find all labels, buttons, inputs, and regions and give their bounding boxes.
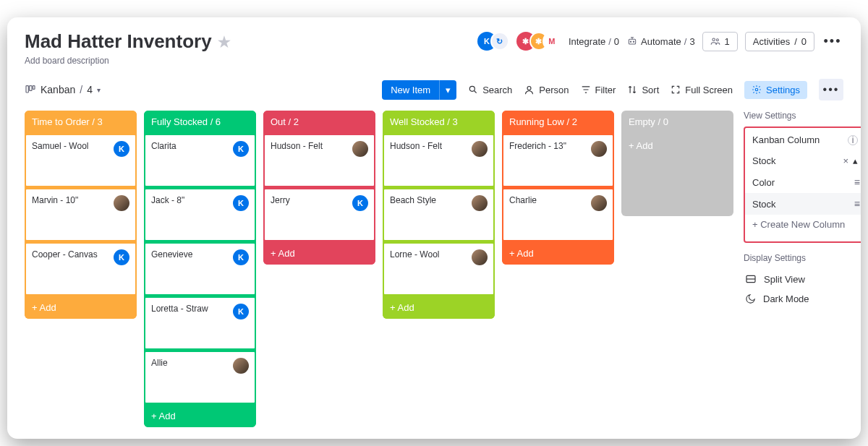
kanban-icon — [25, 84, 36, 95]
dark-mode-toggle[interactable]: Dark Mode — [744, 289, 861, 309]
kanban-column-selected[interactable]: Stock ×▴ — [745, 150, 861, 171]
automation-avatars[interactable]: ✱ ✱ M — [516, 32, 561, 51]
drag-icon: ≡ — [854, 198, 858, 210]
split-view-toggle[interactable]: Split View — [744, 269, 861, 289]
card-title: Hudson - Felt — [271, 141, 323, 157]
kanban-column-label-row: Kanban Column i — [745, 129, 861, 150]
gear-icon — [752, 85, 762, 95]
card-title: Lorne - Wool — [390, 249, 439, 265]
view-selector[interactable]: Kanban / 4 ▾ — [25, 84, 101, 95]
card-title: Charlie — [509, 195, 537, 211]
toolbar-more-button[interactable]: ••• — [819, 79, 843, 100]
card-title: Cooper - Canvas — [32, 249, 98, 265]
clear-column-icon[interactable]: × — [843, 155, 848, 166]
person-filter-button[interactable]: Person — [524, 85, 569, 95]
avatar-initial: K — [233, 195, 249, 211]
svg-rect-0 — [629, 39, 635, 44]
fullscreen-button[interactable]: Full Screen — [671, 85, 733, 95]
new-item-dropdown[interactable]: ▾ — [439, 80, 456, 100]
kanban-card[interactable]: Hudson - Felt — [263, 134, 375, 187]
activities-button[interactable]: Activities/0 — [745, 32, 814, 51]
kanban-column: Out / 2 Hudson - Felt Jerry K + Add — [263, 111, 375, 265]
integrate-button[interactable]: Integrate/0 — [569, 36, 619, 47]
avatar-photo — [591, 141, 607, 157]
board-description[interactable]: Add board description — [25, 56, 231, 66]
column-header[interactable]: Empty / 0 — [621, 111, 733, 133]
svg-point-4 — [716, 39, 718, 41]
kanban-card[interactable]: Jerry K — [263, 188, 375, 241]
kanban-card[interactable]: Marvin - 10" — [25, 188, 137, 241]
filter-button[interactable]: Filter — [581, 85, 616, 95]
card-title: Samuel - Wool — [32, 141, 88, 157]
svg-point-1 — [630, 41, 631, 42]
fullscreen-icon — [671, 85, 681, 95]
column-header[interactable]: Out / 2 — [263, 111, 375, 133]
sort-button[interactable]: Sort — [627, 85, 659, 95]
svg-rect-5 — [26, 86, 28, 93]
kanban-card[interactable]: Allie — [144, 351, 256, 404]
kanban-card[interactable]: Genevieve K — [144, 242, 256, 296]
kanban-card[interactable]: Frederich - 13" — [502, 134, 614, 187]
card-title: Frederich - 13" — [509, 141, 566, 157]
presence-button[interactable]: 1 — [702, 32, 738, 51]
star-icon[interactable]: ★ — [218, 33, 231, 51]
create-new-column[interactable]: + Create New Column — [745, 215, 861, 234]
column-header[interactable]: Well Stocked / 3 — [383, 111, 495, 133]
column-header[interactable]: Time to Order / 3 — [25, 111, 137, 133]
avatar-photo — [233, 358, 249, 374]
column-header[interactable]: Fully Stocked / 6 — [144, 111, 256, 133]
card-title: Loretta - Straw — [151, 304, 208, 320]
integration-avatars[interactable]: K ↻ — [477, 32, 509, 51]
board-title[interactable]: Mad Hatter Inventory — [25, 30, 212, 53]
search-icon — [468, 85, 478, 95]
column-header[interactable]: Running Low / 2 — [502, 111, 614, 133]
column-add-card[interactable]: + Add — [383, 296, 495, 319]
avatar-initial: K — [352, 195, 368, 211]
automate-button[interactable]: Automate/3 — [626, 35, 695, 47]
card-title: Jack - 8" — [151, 195, 184, 211]
view-settings-heading: View Settings — [744, 111, 861, 121]
kanban-column: Well Stocked / 3 Hudson - Felt Beach Sty… — [383, 111, 495, 319]
kanban-card[interactable]: Hudson - Felt — [383, 134, 495, 187]
kanban-card[interactable]: Clarita K — [144, 134, 256, 187]
kanban-card[interactable]: Lorne - Wool — [383, 242, 495, 296]
new-item-button[interactable]: New Item ▾ — [382, 80, 456, 100]
svg-point-10 — [755, 88, 758, 91]
avatar-photo — [472, 141, 488, 157]
kanban-column-settings: Kanban Column i Stock ×▴ Color ≡ Stock ≡ — [744, 126, 861, 243]
search-button[interactable]: Search — [468, 85, 512, 95]
avatar-initial: K — [233, 249, 249, 265]
column-add-card[interactable]: + Add — [144, 405, 256, 427]
sort-icon — [627, 85, 637, 95]
avatar-initial: K — [114, 249, 129, 265]
column-add-card[interactable]: + Add — [263, 242, 375, 265]
settings-button[interactable]: Settings — [744, 81, 807, 99]
card-title: Clarita — [151, 141, 176, 157]
kanban-card[interactable]: Loretta - Straw K — [144, 296, 256, 350]
board-menu-button[interactable]: ••• — [822, 30, 843, 52]
moon-icon — [745, 293, 756, 304]
kanban-card[interactable]: Beach Style — [383, 188, 495, 241]
people-icon — [710, 36, 720, 46]
avatar-initial: K — [233, 141, 249, 157]
split-view-icon — [745, 273, 757, 285]
kanban-column: Fully Stocked / 6 Clarita K Jack - 8" K … — [144, 111, 256, 427]
kanban-column-option-color[interactable]: Color ≡ — [745, 171, 861, 193]
column-add-card[interactable]: + Add — [621, 133, 733, 158]
column-add-card[interactable]: + Add — [25, 296, 137, 319]
kanban-card[interactable]: Charlie — [502, 188, 614, 241]
kanban-card[interactable]: Samuel - Wool K — [25, 134, 137, 187]
avatar-photo — [472, 249, 488, 265]
column-add-card[interactable]: + Add — [502, 242, 614, 265]
avatar-initial: K — [233, 304, 249, 320]
kanban-card[interactable]: Jack - 8" K — [144, 188, 256, 241]
kanban-column-option-stock[interactable]: Stock ≡ — [745, 193, 861, 215]
avatar-photo — [591, 195, 607, 211]
avatar-photo — [352, 141, 368, 157]
info-icon[interactable]: i — [848, 135, 858, 145]
svg-point-9 — [527, 86, 531, 90]
svg-point-3 — [712, 38, 715, 41]
chevron-down-icon: ▾ — [97, 86, 101, 94]
filter-icon — [581, 85, 591, 95]
kanban-card[interactable]: Cooper - Canvas K — [25, 242, 137, 296]
